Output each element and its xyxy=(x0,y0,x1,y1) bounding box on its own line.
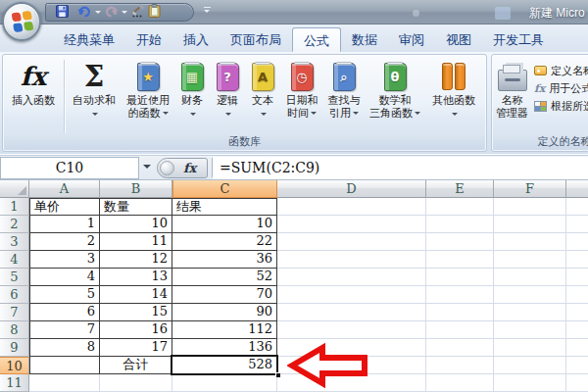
save-icon[interactable] xyxy=(56,4,69,22)
cell-E6[interactable] xyxy=(426,286,494,304)
cell-x7[interactable] xyxy=(566,304,588,321)
cell-B7[interactable]: 15 xyxy=(100,304,172,321)
cell-A7[interactable]: 6 xyxy=(29,304,100,321)
cell-A1[interactable]: 单价 xyxy=(29,198,100,216)
insert-function-button[interactable]: fx插入函数 xyxy=(5,56,62,107)
cell-E2[interactable] xyxy=(426,216,494,233)
cell-A4[interactable]: 3 xyxy=(29,251,100,269)
cell-C2[interactable]: 10 xyxy=(172,216,277,233)
cell-F4[interactable] xyxy=(494,251,566,269)
cell-A6[interactable]: 5 xyxy=(29,286,100,304)
cell-F7[interactable] xyxy=(494,304,566,321)
cell-C8[interactable]: 112 xyxy=(172,321,277,339)
cell-E10[interactable] xyxy=(426,357,494,374)
column-header-E[interactable]: E xyxy=(426,180,494,198)
cell-D5[interactable] xyxy=(277,269,426,286)
ribbon-tab-formulas[interactable]: 公式 xyxy=(292,27,341,52)
cell-C9[interactable]: 136 xyxy=(172,339,277,357)
name-box[interactable]: C10 xyxy=(0,157,139,179)
cell-x11[interactable] xyxy=(566,374,588,392)
row-header-10[interactable]: 10 xyxy=(0,357,29,374)
cell-x2[interactable] xyxy=(566,216,588,233)
redo-dropdown-icon[interactable] xyxy=(122,11,127,17)
name-box-dropdown-icon[interactable] xyxy=(143,165,151,172)
cell-B3[interactable]: 11 xyxy=(100,233,172,251)
cell-A9[interactable]: 8 xyxy=(29,339,100,357)
column-header-C[interactable]: C xyxy=(172,180,277,198)
cell-B8[interactable]: 16 xyxy=(100,321,172,339)
autosum-button[interactable]: Σ自动求和 xyxy=(67,56,122,120)
cell-x1[interactable] xyxy=(566,198,588,216)
row-header-8[interactable]: 8 xyxy=(0,321,29,339)
cell-F8[interactable] xyxy=(494,321,566,339)
office-button[interactable] xyxy=(2,2,41,41)
cell-B10[interactable]: 合计 xyxy=(100,357,172,374)
cell-B1[interactable]: 数量 xyxy=(100,198,172,216)
column-header-D[interactable]: D xyxy=(277,180,426,198)
ribbon-tab-view[interactable]: 视图 xyxy=(435,27,482,52)
text-button[interactable]: A文本 xyxy=(245,56,280,120)
cell-C6[interactable]: 70 xyxy=(172,286,277,304)
cell-C5[interactable]: 52 xyxy=(172,269,277,286)
cell-F9[interactable] xyxy=(494,339,566,357)
cell-C4[interactable]: 36 xyxy=(172,251,277,269)
row-header-6[interactable]: 6 xyxy=(0,286,29,304)
cell-x10[interactable] xyxy=(566,357,588,374)
cell-D8[interactable] xyxy=(277,321,426,339)
cell-x8[interactable] xyxy=(566,321,588,339)
cell-F10[interactable] xyxy=(494,357,566,374)
cell-F6[interactable] xyxy=(494,286,566,304)
ribbon-tab-home[interactable]: 开始 xyxy=(125,27,172,52)
cell-x3[interactable] xyxy=(566,233,588,251)
cell-E11[interactable] xyxy=(426,374,494,392)
column-header-B[interactable]: B xyxy=(100,180,172,198)
cell-x6[interactable] xyxy=(566,286,588,304)
cell-D6[interactable] xyxy=(277,286,426,304)
column-header-F[interactable]: F xyxy=(494,180,566,198)
cell-D4[interactable] xyxy=(277,251,426,269)
cell-B6[interactable]: 14 xyxy=(100,286,172,304)
cell-x5[interactable] xyxy=(566,269,588,286)
row-header-2[interactable]: 2 xyxy=(0,216,29,233)
cell-C1[interactable]: 结果 xyxy=(172,198,277,216)
cell-B4[interactable]: 12 xyxy=(100,251,172,269)
cell-A2[interactable]: 1 xyxy=(29,216,100,233)
select-all-corner[interactable] xyxy=(0,180,29,198)
use-in-formula-button[interactable]: fx用于公式 xyxy=(534,79,588,97)
cell-D7[interactable] xyxy=(277,304,426,321)
cell-A8[interactable]: 7 xyxy=(29,321,100,339)
undo-dropdown-icon[interactable] xyxy=(95,11,101,17)
column-header-A[interactable]: A xyxy=(29,180,100,198)
cell-A11[interactable] xyxy=(29,374,100,392)
column-header-partial[interactable] xyxy=(566,180,588,198)
financial-button[interactable]: ▦财务 xyxy=(174,56,210,120)
cell-B5[interactable]: 13 xyxy=(100,269,172,286)
cell-F1[interactable] xyxy=(494,198,566,216)
cell-D1[interactable] xyxy=(277,198,426,216)
cell-A3[interactable]: 2 xyxy=(29,233,100,251)
cell-E5[interactable] xyxy=(426,269,494,286)
math-trig-button[interactable]: θ数学和三角函数 xyxy=(365,56,425,120)
undo-icon[interactable] xyxy=(77,4,92,22)
cell-F11[interactable] xyxy=(494,374,566,392)
ribbon-tab-insert[interactable]: 插入 xyxy=(172,27,220,52)
cell-D2[interactable] xyxy=(277,216,426,233)
ribbon-tab-classic-menu[interactable]: 经典菜单 xyxy=(53,27,125,52)
cell-F5[interactable] xyxy=(494,269,566,286)
row-header-4[interactable]: 4 xyxy=(0,251,29,269)
lookup-reference-button[interactable]: ⌕查找与引用 xyxy=(323,56,365,120)
cell-A5[interactable]: 4 xyxy=(29,269,100,286)
row-header-7[interactable]: 7 xyxy=(0,304,29,321)
ribbon-tab-page-layout[interactable]: 页面布局 xyxy=(220,27,292,52)
logical-button[interactable]: ?逻辑 xyxy=(210,56,245,120)
row-header-5[interactable]: 5 xyxy=(0,269,29,286)
date-time-button[interactable]: ◷日期和时间 xyxy=(280,56,323,120)
cell-x9[interactable] xyxy=(566,339,588,357)
row-header-1[interactable]: 1 xyxy=(0,198,29,216)
formula-input[interactable]: =SUM(C2:C9) xyxy=(213,157,588,179)
cell-C11[interactable] xyxy=(172,374,277,392)
create-from-selection-button[interactable]: 根据所选内容创建 xyxy=(534,97,588,115)
ribbon-tab-developer[interactable]: 开发工具 xyxy=(482,27,555,52)
name-manager-button[interactable]: 名称管理器 xyxy=(494,56,530,120)
cell-B11[interactable] xyxy=(100,374,172,392)
